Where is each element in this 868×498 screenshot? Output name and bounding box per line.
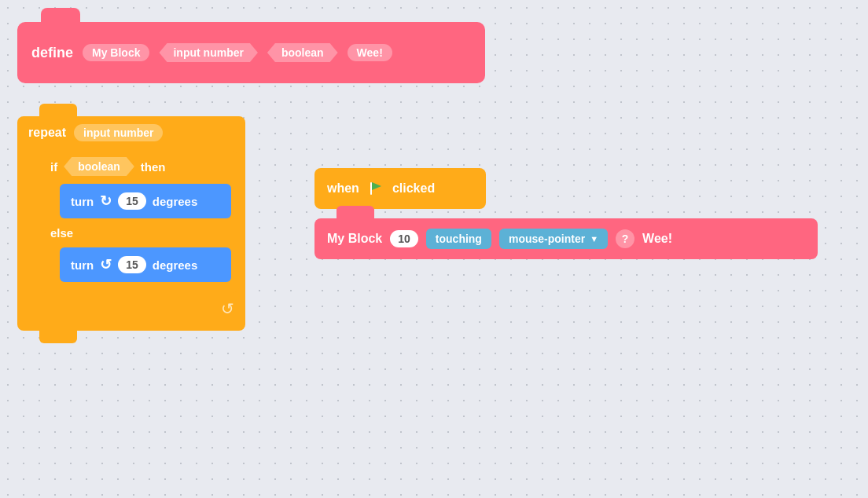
define-block[interactable]: define My Block input number boolean Wee… — [17, 22, 485, 83]
input-number-param: input number — [159, 43, 257, 62]
boolean-param: boolean — [267, 43, 338, 62]
myblock-call-value[interactable]: 10 — [390, 230, 418, 247]
myblock-call-label: My Block — [327, 232, 382, 246]
repeat-outer-block[interactable]: repeat input number if boolean then turn… — [17, 116, 245, 331]
myblock-call-block[interactable]: My Block 10 touching mouse-pointer ▼ ? W… — [314, 218, 818, 259]
svg-rect-0 — [370, 182, 372, 195]
turn-ccw-icon: ↺ — [100, 256, 112, 273]
when-clicked-block[interactable]: when clicked — [314, 168, 486, 209]
my-block-label: My Block — [83, 44, 149, 61]
myblock-call-wee: Wee! — [642, 232, 672, 246]
define-label: define — [31, 45, 73, 61]
scratch-canvas: define My Block input number boolean Wee… — [0, 0, 868, 498]
turn-cw-label: turn — [71, 195, 94, 208]
if-boolean: boolean — [64, 157, 134, 176]
turn-cw-icon: ↻ — [100, 192, 112, 210]
green-flag-icon — [367, 180, 384, 197]
wee-param: Wee! — [348, 44, 392, 61]
then-label: then — [141, 160, 166, 174]
turn-ccw-degrees: degrees — [153, 258, 198, 272]
else-label: else — [41, 222, 237, 244]
if-block[interactable]: if boolean then turn ↻ 15 degrees else t… — [41, 151, 237, 293]
turn-ccw-value[interactable]: 15 — [118, 256, 146, 273]
turn-ccw-label: turn — [71, 258, 94, 272]
touching-label: touching — [426, 229, 491, 249]
repeat-header: repeat input number — [17, 116, 245, 148]
turn-cw-value[interactable]: 15 — [118, 192, 146, 210]
svg-marker-1 — [372, 182, 381, 190]
loop-arrow: ↺ — [17, 296, 245, 320]
repeat-input-number: input number — [74, 124, 163, 141]
if-header: if boolean then — [41, 151, 237, 181]
if-label: if — [50, 160, 57, 174]
turn-cw-block[interactable]: turn ↻ 15 degrees — [60, 184, 231, 218]
turn-cw-degrees: degrees — [153, 195, 198, 208]
when-label: when — [327, 181, 359, 196]
mouse-pointer-dropdown[interactable]: mouse-pointer ▼ — [499, 229, 608, 249]
question-mark-button[interactable]: ? — [616, 229, 634, 248]
clicked-label: clicked — [392, 181, 435, 196]
turn-ccw-block[interactable]: turn ↺ 15 degrees — [60, 247, 231, 282]
dropdown-arrow-icon: ▼ — [590, 234, 598, 244]
repeat-label: repeat — [28, 126, 66, 140]
